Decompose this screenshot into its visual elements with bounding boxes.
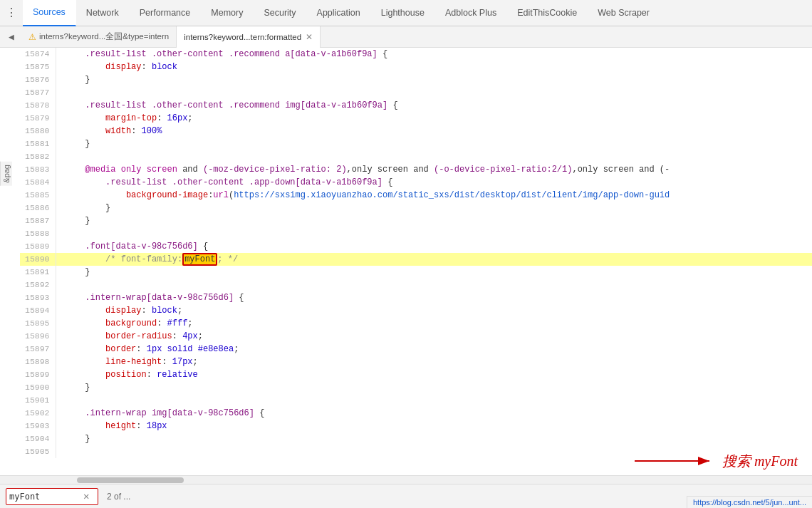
file-tab-0-label: interns?keyword...全国&type=intern bbox=[39, 31, 169, 42]
table-row: 15886 } bbox=[20, 202, 812, 214]
table-row: 15905 bbox=[20, 445, 812, 458]
line-number: 15895 bbox=[20, 317, 56, 330]
table-row: 15896 border-radius: 4px; bbox=[20, 330, 812, 343]
table-row: 15895 background: #fff; bbox=[20, 317, 812, 330]
line-number: 15899 bbox=[20, 368, 56, 381]
line-number: 15883 bbox=[20, 163, 56, 176]
code-line bbox=[56, 445, 812, 458]
search-input[interactable] bbox=[9, 492, 80, 502]
line-number: 15903 bbox=[20, 420, 56, 432]
tab-network[interactable]: Network bbox=[76, 0, 130, 26]
tab-webscraper-label: Web Scraper bbox=[598, 8, 650, 18]
table-row: 15883 @media only screen and (-moz-devic… bbox=[20, 163, 812, 176]
code-line: line-height: 17px; bbox=[56, 356, 812, 368]
code-editor[interactable]: 15874 .result-list .other-content .recom… bbox=[20, 48, 812, 475]
table-row: 15899 position: relative bbox=[20, 368, 812, 381]
line-number: 15881 bbox=[20, 138, 56, 150]
bottom-search-bar: ✕ 2 of ... https://blog.csdn.net/5/jun..… bbox=[0, 484, 812, 508]
tab-performance[interactable]: Performance bbox=[130, 0, 202, 26]
line-number: 15876 bbox=[20, 73, 56, 86]
table-row: 15875 display: block bbox=[20, 61, 812, 73]
search-clear-button[interactable]: ✕ bbox=[83, 490, 89, 502]
tab-editthiscookie-label: EditThisCookie bbox=[517, 8, 577, 18]
code-line: } bbox=[56, 202, 812, 214]
tab-network-label: Network bbox=[86, 8, 119, 18]
code-line: margin-top: 16px; bbox=[56, 112, 812, 125]
table-row: 15892 bbox=[20, 279, 812, 291]
table-row: 15904 } bbox=[20, 432, 812, 445]
file-tab-1[interactable]: interns?keyword...tern:formatted ✕ bbox=[177, 26, 321, 48]
line-number: 15880 bbox=[20, 125, 56, 138]
sidebar-toggle-button[interactable]: ◀ bbox=[4, 30, 19, 44]
main-tab-bar: ⋮ Sources Network Performance Memory Sec… bbox=[0, 0, 812, 26]
code-line: } bbox=[56, 266, 812, 279]
code-line: .intern-wrap[data-v-98c756d6] { bbox=[56, 291, 812, 304]
line-number: 15875 bbox=[20, 61, 56, 73]
tab-editthiscookie[interactable]: EditThisCookie bbox=[507, 0, 588, 26]
code-line bbox=[56, 279, 812, 291]
tab-security[interactable]: Security bbox=[254, 0, 306, 26]
table-row: 15878 .result-list .other-content .recom… bbox=[20, 99, 812, 112]
table-row: 15903 height: 18px bbox=[20, 420, 812, 432]
line-number: 15900 bbox=[20, 381, 56, 394]
table-row: 15901 bbox=[20, 394, 812, 407]
line-number: 15888 bbox=[20, 227, 56, 240]
code-line bbox=[56, 86, 812, 99]
code-line: display: block bbox=[56, 61, 812, 73]
tab-webscraper[interactable]: Web Scraper bbox=[588, 0, 660, 26]
table-row: 15884 .result-list .other-content .app-d… bbox=[20, 176, 812, 189]
side-label: &pag bbox=[0, 162, 12, 186]
tab-memory[interactable]: Memory bbox=[201, 0, 254, 26]
line-number: 15898 bbox=[20, 356, 56, 368]
code-line: .result-list .other-content .recommend i… bbox=[56, 99, 812, 112]
horizontal-scrollbar[interactable] bbox=[0, 475, 812, 484]
devtools-menu: ⋮ bbox=[3, 6, 20, 20]
line-number: 15904 bbox=[20, 432, 56, 445]
line-number: 15885 bbox=[20, 189, 56, 202]
code-table: 15874 .result-list .other-content .recom… bbox=[20, 48, 812, 458]
tab-sources-label: Sources bbox=[33, 7, 66, 17]
table-row-highlighted: 15890 /* font-family:myFont; */ bbox=[20, 253, 812, 266]
code-line: display: block; bbox=[56, 304, 812, 317]
table-row: 15880 width: 100% bbox=[20, 125, 812, 138]
line-number: 15889 bbox=[20, 240, 56, 253]
tab-application[interactable]: Application bbox=[307, 0, 371, 26]
tab-performance-label: Performance bbox=[140, 8, 191, 18]
file-tab-bar: ◀ ⚠ interns?keyword...全国&type=intern int… bbox=[0, 26, 812, 48]
code-line: } bbox=[56, 381, 812, 394]
code-line bbox=[56, 227, 812, 240]
tab-security-label: Security bbox=[264, 8, 296, 18]
table-row: 15876 } bbox=[20, 73, 812, 86]
scrollbar-thumb[interactable] bbox=[77, 477, 184, 483]
tab-adblock-label: Adblock Plus bbox=[445, 8, 496, 18]
table-row: 15897 border: 1px solid #e8e8ea; bbox=[20, 343, 812, 356]
tab-sources[interactable]: Sources bbox=[23, 0, 76, 26]
table-row: 15888 bbox=[20, 227, 812, 240]
line-number: 15892 bbox=[20, 279, 56, 291]
table-row: 15885 background-image:url(https://sxsim… bbox=[20, 189, 812, 202]
line-number: 15897 bbox=[20, 343, 56, 356]
file-tab-1-close[interactable]: ✕ bbox=[306, 32, 313, 42]
tab-lighthouse-label: Lighthouse bbox=[381, 8, 425, 18]
code-line bbox=[56, 150, 812, 163]
line-number: 15894 bbox=[20, 304, 56, 317]
code-line: background-image:url(https://sxsimg.xiao… bbox=[56, 189, 812, 202]
code-line: border: 1px solid #e8e8ea; bbox=[56, 343, 812, 356]
tab-memory-label: Memory bbox=[211, 8, 243, 18]
tab-adblock[interactable]: Adblock Plus bbox=[435, 0, 507, 26]
code-line: } bbox=[56, 138, 812, 150]
table-row: 15887 } bbox=[20, 214, 812, 227]
kebab-menu-icon[interactable]: ⋮ bbox=[3, 6, 20, 20]
line-number: 15891 bbox=[20, 266, 56, 279]
table-row: 15882 bbox=[20, 150, 812, 163]
tab-lighthouse[interactable]: Lighthouse bbox=[371, 0, 435, 26]
code-line: } bbox=[56, 73, 812, 86]
table-row: 15889 .font[data-v-98c756d6] { bbox=[20, 240, 812, 253]
code-line: height: 18px bbox=[56, 420, 812, 432]
search-match: myFont bbox=[182, 253, 217, 266]
line-number: 15893 bbox=[20, 291, 56, 304]
table-row: 15874 .result-list .other-content .recom… bbox=[20, 48, 812, 61]
file-tab-0[interactable]: ⚠ interns?keyword...全国&type=intern bbox=[21, 26, 177, 48]
line-number: 15896 bbox=[20, 330, 56, 343]
line-number: 15890 bbox=[20, 253, 56, 266]
